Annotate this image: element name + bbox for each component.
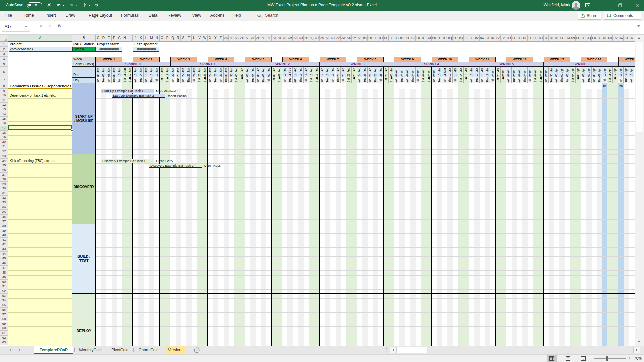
date-cell[interactable]: ####	[533, 67, 538, 77]
column-header[interactable]: AT	[325, 35, 330, 42]
weekday-stripe[interactable]	[224, 89, 229, 346]
weekend-band[interactable]	[384, 83, 394, 346]
day-cell[interactable]: Tue	[138, 77, 144, 83]
sprint-header[interactable]: SPRINT 0	[96, 62, 170, 67]
date-cell[interactable]: 09-Jan	[112, 67, 117, 77]
column-header[interactable]: BW	[480, 35, 485, 42]
scroll-down-icon[interactable]	[637, 341, 641, 343]
column-header[interactable]: CF	[528, 35, 533, 42]
column-header[interactable]: BD	[378, 35, 384, 42]
row-header[interactable]: 28	[0, 177, 8, 182]
row-header[interactable]: 53	[0, 294, 8, 298]
day-cell[interactable]: Sun	[314, 77, 320, 83]
zoom-out-button[interactable]: −	[589, 356, 592, 361]
comment-note[interactable]: Kick off meeting (TBC) etc. etc.	[10, 159, 71, 163]
touch-mode-icon[interactable]	[82, 2, 87, 8]
date-cell[interactable]: 16-Jan	[149, 67, 154, 77]
week-header[interactable]: WEEK 12	[506, 57, 533, 62]
date-cell[interactable]: 29-Feb	[384, 67, 389, 77]
day-cell[interactable]: Tue	[362, 77, 368, 83]
weekday-stripe[interactable]	[112, 89, 117, 346]
phase-block-startup[interactable]: START-UP/ MOBILISE	[72, 83, 96, 154]
date-cell[interactable]: 12-Mar	[447, 67, 453, 77]
day-cell[interactable]: Sun	[239, 77, 245, 83]
column-header[interactable]: BZ	[496, 35, 501, 42]
column-header[interactable]: AC	[234, 35, 239, 42]
weekday-stripe[interactable]	[362, 89, 368, 346]
row-header[interactable]: 50	[0, 280, 8, 284]
column-header[interactable]: AV	[336, 35, 341, 42]
row-header[interactable]: 11	[0, 98, 8, 103]
date-cell[interactable]: 30-Jan	[224, 67, 229, 77]
date-cell[interactable]: 17-Feb	[320, 67, 325, 77]
column-header[interactable]: CT	[602, 35, 608, 42]
column-header[interactable]: K	[138, 35, 144, 42]
weekday-stripe[interactable]	[399, 89, 405, 346]
undo-dropdown-icon[interactable]: ▾	[63, 4, 64, 7]
last-updated-value[interactable]: ############	[133, 47, 160, 52]
day-cell[interactable]: ##	[544, 77, 549, 83]
weekend-band[interactable]	[570, 83, 581, 346]
day-cell[interactable]: Sun	[352, 77, 357, 83]
weekday-stripe[interactable]	[474, 89, 480, 346]
share-button[interactable]: Share	[578, 12, 601, 20]
column-header[interactable]: CX	[624, 35, 629, 42]
weekday-stripe[interactable]	[149, 89, 154, 346]
weekend-band[interactable]	[197, 83, 208, 346]
column-header[interactable]: J	[133, 35, 138, 42]
scroll-right-button[interactable]	[633, 347, 640, 353]
formula-input[interactable]	[67, 22, 635, 32]
week-header[interactable]: WEEK 9	[394, 57, 421, 62]
date-cell[interactable]: 15-Mar	[464, 67, 469, 77]
column-header[interactable]: CH	[538, 35, 544, 42]
fx-icon[interactable]: fx	[58, 23, 61, 29]
weekend-band[interactable]	[234, 83, 245, 346]
ribbon-tab-data[interactable]: Data	[143, 13, 163, 18]
column-header[interactable]: AE	[245, 35, 250, 42]
column-header[interactable]: D	[101, 35, 106, 42]
day-cell[interactable]: ##	[144, 77, 149, 83]
day-row-label[interactable]: Day	[72, 77, 96, 83]
date-cell[interactable]: 12-Apr	[613, 67, 618, 77]
date-cell[interactable]: 12-Jan	[127, 67, 133, 77]
row-header[interactable]: 9	[0, 89, 8, 94]
day-cell[interactable]: Thu	[149, 77, 154, 83]
weekend-band[interactable]	[309, 83, 320, 346]
day-cell[interactable]: Thu	[447, 77, 453, 83]
column-header[interactable]: AJ	[272, 35, 277, 42]
column-header[interactable]: BT	[464, 35, 469, 42]
column-header[interactable]: CN	[570, 35, 576, 42]
date-cell[interactable]: 06-Jan	[96, 67, 101, 77]
day-cell[interactable]: Thu	[559, 77, 565, 83]
date-cell[interactable]: 27-Feb	[373, 67, 378, 77]
date-cell[interactable]: 09-Apr	[597, 67, 602, 77]
ribbon-tab-file[interactable]: File	[0, 13, 19, 18]
h-scrollbar-thumb[interactable]	[397, 347, 427, 353]
weekday-stripe[interactable]	[325, 89, 330, 346]
row-header[interactable]: 55	[0, 303, 8, 308]
day-cell[interactable]: ##	[218, 77, 224, 83]
day-cell[interactable]: ##	[170, 77, 176, 83]
week-header[interactable]: WEEK 1	[96, 57, 122, 62]
row-header[interactable]: 27	[0, 173, 8, 177]
day-cell[interactable]: ##	[442, 77, 448, 83]
zoom-slider-thumb[interactable]	[606, 356, 608, 361]
weekday-stripe[interactable]	[624, 89, 629, 346]
row-header[interactable]: 5	[0, 62, 8, 67]
day-cell[interactable]: Fri	[602, 77, 608, 83]
column-header[interactable]: CJ	[549, 35, 554, 42]
column-header[interactable]: BM	[426, 35, 432, 42]
day-cell[interactable]: ##	[592, 77, 597, 83]
day-cell[interactable]: Sun	[576, 77, 581, 83]
weekend-band[interactable]	[272, 83, 282, 346]
column-header[interactable]: AH	[261, 35, 266, 42]
column-header[interactable]: O	[160, 35, 165, 42]
column-header[interactable]: BG	[394, 35, 399, 42]
day-cell[interactable]: ##	[480, 77, 485, 83]
column-header[interactable]: M	[149, 35, 154, 42]
day-cell[interactable]: Thu	[485, 77, 490, 83]
weekday-stripe[interactable]	[373, 89, 378, 346]
column-header[interactable]: CS	[597, 35, 602, 42]
day-cell[interactable]: Fri	[416, 77, 421, 83]
date-cell[interactable]: 17-Mar	[474, 67, 480, 77]
